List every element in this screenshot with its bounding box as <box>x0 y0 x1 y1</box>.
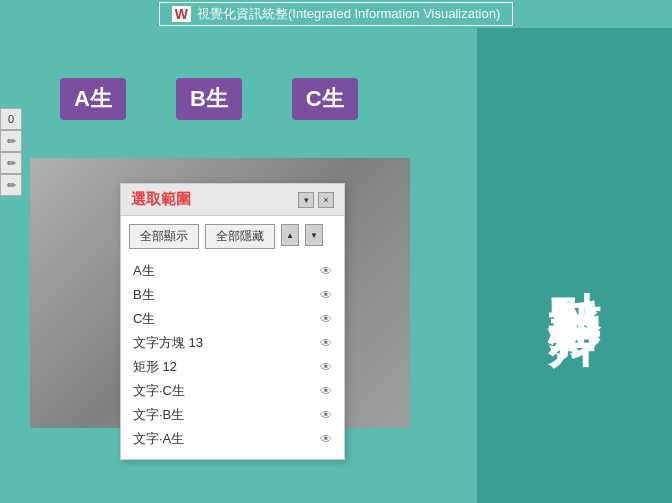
panel-body: 全部顯示 全部隱藏 ▲ ▼ A生 👁 B生 👁 C生 <box>121 216 344 459</box>
eye-icon[interactable]: 👁 <box>320 264 332 278</box>
student-label-c: C生 <box>292 78 358 120</box>
student-labels: A生 B生 C生 <box>60 78 457 120</box>
panel-title: 選取範圍 <box>131 190 191 209</box>
hide-all-button[interactable]: 全部隱藏 <box>205 224 275 249</box>
item-name: 文字·B生 <box>133 406 184 424</box>
title-bar: W 視覺化資訊統整(Integrated Information Visuali… <box>0 0 672 28</box>
list-item[interactable]: 矩形 12 👁 <box>129 355 336 379</box>
panel-controls: ▾ × <box>298 192 334 208</box>
selection-panel: 選取範圍 ▾ × 全部顯示 全部隱藏 ▲ ▼ A生 👁 <box>120 183 345 460</box>
list-item[interactable]: 文字·A生 👁 <box>129 427 336 451</box>
panel-header: 選取範圍 ▾ × <box>121 184 344 216</box>
show-all-button[interactable]: 全部顯示 <box>129 224 199 249</box>
sidebar-item-2[interactable]: ✏ <box>0 152 22 174</box>
list-item[interactable]: 文字方塊 13 👁 <box>129 331 336 355</box>
eye-icon[interactable]: 👁 <box>320 360 332 374</box>
pencil-icon-3: ✏ <box>7 179 16 192</box>
sidebar-item-1[interactable]: ✏ <box>0 130 22 152</box>
student-label-a: A生 <box>60 78 126 120</box>
panel-dropdown-btn[interactable]: ▾ <box>298 192 314 208</box>
eye-icon[interactable]: 👁 <box>320 408 332 422</box>
right-panel-text: 點播影片 <box>543 250 605 282</box>
sidebar: 0 ✏ ✏ ✏ <box>0 108 22 196</box>
item-name: B生 <box>133 286 155 304</box>
item-name: 文字·A生 <box>133 430 184 448</box>
left-panel: 0 ✏ ✏ ✏ A生 B生 C生 選取範圍 ▾ × 全部顯示 <box>0 28 477 503</box>
item-name: 文字·C生 <box>133 382 185 400</box>
panel-list: A生 👁 B生 👁 C生 👁 文字方塊 13 👁 <box>129 259 336 451</box>
title-logo: W <box>172 6 191 22</box>
eye-icon[interactable]: 👁 <box>320 384 332 398</box>
up-arrow-btn[interactable]: ▲ <box>281 224 299 246</box>
main-container: 0 ✏ ✏ ✏ A生 B生 C生 選取範圍 ▾ × 全部顯示 <box>0 28 672 503</box>
eye-icon[interactable]: 👁 <box>320 336 332 350</box>
item-name: 文字方塊 13 <box>133 334 203 352</box>
item-name: A生 <box>133 262 155 280</box>
eye-icon[interactable]: 👁 <box>320 312 332 326</box>
sidebar-item-3[interactable]: ✏ <box>0 174 22 196</box>
eye-icon[interactable]: 👁 <box>320 432 332 446</box>
panel-action-buttons: 全部顯示 全部隱藏 ▲ ▼ <box>129 224 336 249</box>
list-item[interactable]: 文字·C生 👁 <box>129 379 336 403</box>
list-item[interactable]: B生 👁 <box>129 283 336 307</box>
item-name: 矩形 12 <box>133 358 177 376</box>
pencil-icon-1: ✏ <box>7 135 16 148</box>
pencil-icon-2: ✏ <box>7 157 16 170</box>
title-text: 視覺化資訊統整(Integrated Information Visualiza… <box>197 5 500 23</box>
down-arrow-btn[interactable]: ▼ <box>305 224 323 246</box>
eye-icon[interactable]: 👁 <box>320 288 332 302</box>
list-item[interactable]: A生 👁 <box>129 259 336 283</box>
panel-close-btn[interactable]: × <box>318 192 334 208</box>
list-item[interactable]: C生 👁 <box>129 307 336 331</box>
sidebar-item-zero[interactable]: 0 <box>0 108 22 130</box>
list-item[interactable]: 文字·B生 👁 <box>129 403 336 427</box>
right-panel: 點播影片 <box>477 28 672 503</box>
item-name: C生 <box>133 310 155 328</box>
student-label-b: B生 <box>176 78 242 120</box>
